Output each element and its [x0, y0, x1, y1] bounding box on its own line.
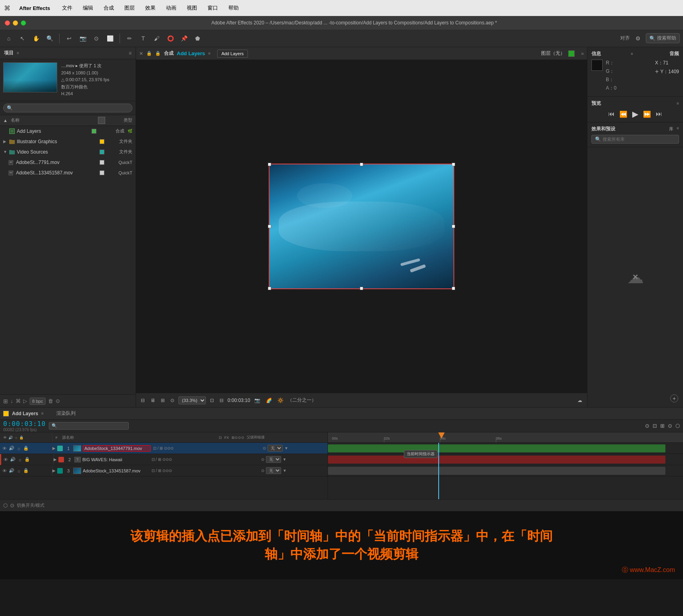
handle-bl[interactable]	[268, 287, 271, 290]
list-item-illustrator[interactable]: ▶ Illustrator Graphics 文件夹	[0, 136, 136, 147]
cloud-viewer-btn[interactable]: ☁	[576, 397, 584, 404]
selection-tool-icon[interactable]: ↖	[17, 33, 28, 44]
brush-tool-icon[interactable]: 🖌	[151, 33, 162, 44]
solo-icon-1[interactable]: ☼	[16, 446, 22, 451]
new-folder-icon[interactable]: ⊞	[3, 398, 8, 404]
toggle-icon[interactable]: ⊙	[56, 398, 60, 404]
timeline-menu[interactable]: ≡	[41, 411, 44, 416]
chevron-parent-3[interactable]: ▼	[283, 468, 287, 473]
interpret-icon[interactable]: ⌘	[16, 398, 21, 404]
project-menu-icon[interactable]: ≡	[129, 50, 132, 56]
timecode-display[interactable]: 0:00:03:10	[3, 420, 46, 428]
project-search-input[interactable]	[14, 105, 129, 111]
handle-tc[interactable]	[360, 163, 363, 166]
maximize-button[interactable]	[21, 20, 26, 26]
skip-to-end-icon[interactable]: ⏭	[656, 110, 662, 118]
toggle-btn[interactable]: ⊟	[218, 397, 225, 404]
import-icon[interactable]: ↓	[10, 398, 13, 404]
hand-tool-icon[interactable]: ✋	[30, 33, 42, 44]
menu-file[interactable]: 文件	[60, 4, 74, 12]
list-item-adobe133451587[interactable]: AdobeSt...133451587.mov QuickT	[0, 168, 136, 178]
list-item-addlayers[interactable]: Add Layers 合成 🌿	[0, 126, 136, 136]
menu-edit[interactable]: 编辑	[81, 4, 95, 12]
audio-icon-3[interactable]: 🔊	[9, 468, 14, 473]
list-item-adobe7791[interactable]: AdobeSt...7791.mov QuickT	[0, 157, 136, 168]
layer-expand-2[interactable]: ▶	[54, 457, 57, 462]
home-icon[interactable]: ⌂	[3, 33, 14, 44]
list-item-videosources[interactable]: ▼ Video Sources 文件夹	[0, 147, 136, 157]
solo-icon-2[interactable]: ☼	[17, 457, 23, 462]
menu-composition[interactable]: 合成	[102, 4, 116, 12]
lock-icon-1[interactable]: 🔒	[23, 446, 29, 451]
menu-effects[interactable]: 效果	[144, 4, 157, 12]
channel-btn[interactable]: ⊙	[169, 397, 176, 404]
solo-switches-icon[interactable]: ⊙	[645, 423, 649, 429]
expand-viewer-icon[interactable]: »	[581, 51, 584, 56]
audio-icon-1[interactable]: 🔊	[9, 446, 14, 451]
skip-to-start-icon[interactable]: ⏮	[608, 110, 615, 118]
color-sample-btn[interactable]: 🌈	[264, 397, 274, 404]
preview-icon[interactable]: ▷	[23, 398, 27, 404]
snapshot-btn[interactable]: 📷	[253, 397, 262, 404]
handle-tl[interactable]	[268, 163, 271, 166]
orbit-tool-icon[interactable]: ⊙	[91, 33, 102, 44]
3d-layer-icon[interactable]: ⊙	[668, 423, 672, 429]
comp-menu-icon[interactable]: ≡	[208, 51, 211, 56]
layer-expand-1[interactable]: ▶	[52, 446, 56, 450]
region-btn[interactable]: ⊟	[139, 397, 146, 404]
parent-select-1[interactable]: 无	[268, 445, 283, 452]
step-back-icon[interactable]: ⏪	[619, 110, 627, 118]
rotate-tool-icon[interactable]: ↩	[64, 33, 75, 44]
project-search-wrap[interactable]: 🔍	[3, 104, 132, 112]
effects-menu[interactable]: ≡	[677, 126, 679, 132]
layer-row-1[interactable]: 👁 🔊 ☼ 🔒 ▶ 1 AdobeStock_133447791.mov ⊡ /…	[0, 443, 328, 454]
lock-icon-3[interactable]: 🔒	[23, 468, 29, 473]
zoom-tool-icon[interactable]: 🔍	[44, 33, 55, 44]
mask-tool-icon[interactable]: ⬜	[104, 33, 116, 44]
expand-chevron[interactable]: ▶	[3, 139, 7, 144]
render-queue-btn[interactable]: 渲染队列	[56, 410, 76, 417]
camera-tool-icon[interactable]: 📷	[77, 33, 88, 44]
solo-icon-3[interactable]: ☼	[16, 468, 22, 473]
mask-shape-icon[interactable]: ⬡	[675, 423, 680, 429]
preview-menu[interactable]: ≡	[677, 101, 679, 106]
puppet-tool-icon[interactable]: 📌	[178, 33, 190, 44]
viewer-mode-btn[interactable]: 🖥	[149, 397, 157, 404]
comp-tab-addlayers[interactable]: Add Layers	[217, 50, 248, 58]
expand-chevron-open[interactable]: ▼	[3, 150, 7, 154]
keyframe-icon[interactable]: ⬡	[3, 502, 8, 508]
sort-icon[interactable]: ▲	[3, 118, 8, 123]
audio-icon-2[interactable]: 🔊	[10, 457, 16, 462]
shape-tool-icon[interactable]: ⬟	[192, 33, 203, 44]
menu-animation[interactable]: 动画	[164, 4, 178, 12]
effects-search-wrap[interactable]: 🔍	[591, 135, 679, 144]
close-button[interactable]	[5, 20, 10, 26]
search-help[interactable]: 🔍 搜索帮助	[646, 33, 680, 43]
handle-ml[interactable]	[268, 225, 271, 228]
settings-icon[interactable]: ⚙	[632, 33, 643, 44]
eye-icon-2[interactable]: 👁	[3, 457, 8, 462]
timeline-ruler[interactable]: 00s 02s 04s 06s	[328, 432, 683, 443]
eye-icon-1[interactable]: 👁	[2, 446, 7, 451]
timeline-search-input[interactable]	[58, 424, 122, 428]
chevron-parent-1[interactable]: ▼	[284, 446, 288, 450]
lock-icon-2[interactable]: 🔒	[24, 457, 30, 462]
add-button[interactable]: +	[670, 394, 678, 402]
menu-view[interactable]: 视图	[185, 4, 199, 12]
comp-close-icon[interactable]: ✕	[139, 51, 143, 56]
grid-btn[interactable]: ⊞	[159, 397, 166, 404]
parent-select-3[interactable]: 无	[266, 467, 281, 474]
parent-select-2[interactable]: 无	[266, 456, 281, 463]
info-menu[interactable]: ≡	[631, 52, 633, 56]
handle-mr[interactable]	[452, 225, 455, 228]
eye-icon-3[interactable]: 👁	[2, 468, 7, 473]
menu-window[interactable]: 窗口	[206, 4, 220, 12]
motion-blur-icon[interactable]: ⊡	[653, 423, 657, 429]
effects-search-input[interactable]	[603, 137, 675, 142]
handle-tr[interactable]	[452, 163, 455, 166]
library-title[interactable]: 库	[669, 126, 673, 132]
fit-btn[interactable]: ⊡	[208, 397, 216, 404]
delete-icon[interactable]: 🗑	[48, 398, 53, 404]
play-button[interactable]: ▶	[632, 109, 638, 119]
menu-help[interactable]: 帮助	[227, 4, 240, 12]
